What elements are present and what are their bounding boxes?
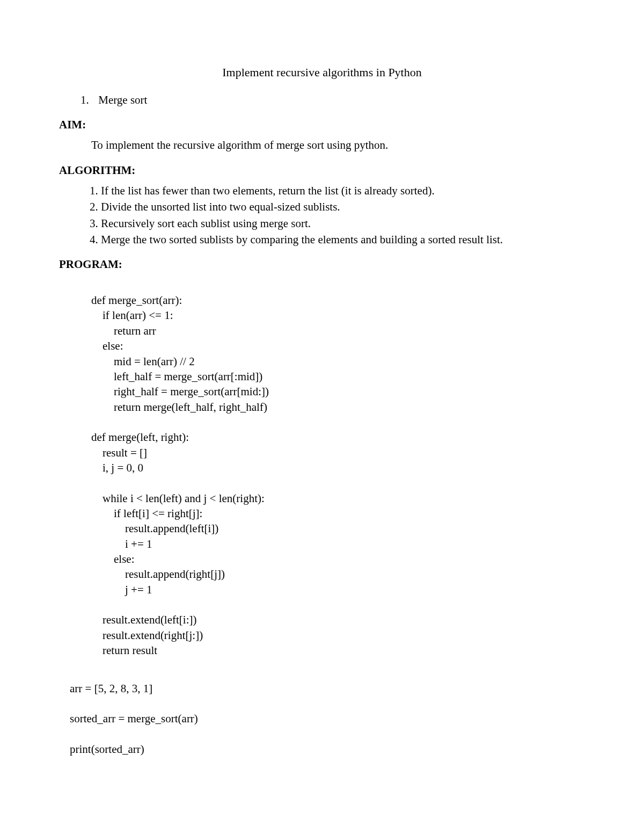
document-page: Implement recursive algorithms in Python… bbox=[0, 0, 644, 834]
code-line: return arr bbox=[91, 324, 156, 337]
code-line: arr = [5, 2, 8, 3, 1] bbox=[70, 682, 152, 695]
code-line: else: bbox=[91, 553, 134, 565]
code-line: else: bbox=[91, 339, 123, 352]
code-line: result.append(left[i]) bbox=[91, 522, 218, 535]
algorithm-list: If the list has fewer than two elements,… bbox=[59, 183, 585, 247]
code-line: if len(arr) <= 1: bbox=[91, 309, 173, 322]
code-line: i += 1 bbox=[91, 538, 152, 550]
code-line: return merge(left_half, right_half) bbox=[91, 401, 267, 414]
algorithm-step: Merge the two sorted sublists by compari… bbox=[101, 232, 585, 247]
code-line: result.append(right[j]) bbox=[91, 568, 225, 581]
code-line: def merge_sort(arr): bbox=[91, 294, 182, 307]
code-line: result.extend(left[i:]) bbox=[91, 613, 197, 626]
program-code-block: def merge_sort(arr): if len(arr) <= 1: r… bbox=[91, 278, 585, 658]
algorithm-step: Divide the unsorted list into two equal-… bbox=[101, 199, 585, 214]
topic-name: Merge sort bbox=[98, 93, 147, 106]
code-line: result.extend(right[j:]) bbox=[91, 629, 203, 642]
code-line: print(sorted_arr) bbox=[70, 743, 144, 756]
algorithm-heading: ALGORITHM: bbox=[59, 163, 585, 178]
code-line: j += 1 bbox=[91, 583, 152, 596]
page-title: Implement recursive algorithms in Python bbox=[59, 64, 585, 81]
code-line: mid = len(arr) // 2 bbox=[91, 355, 195, 368]
code-line: return result bbox=[91, 644, 157, 657]
code-line: if left[i] <= right[j]: bbox=[91, 507, 202, 520]
aim-heading: AIM: bbox=[59, 117, 585, 132]
code-line: while i < len(left) and j < len(right): bbox=[91, 492, 265, 505]
algorithm-step: If the list has fewer than two elements,… bbox=[101, 183, 585, 198]
code-line: sorted_arr = merge_sort(arr) bbox=[70, 712, 198, 725]
topic-line: 1. Merge sort bbox=[80, 92, 585, 107]
code-line: left_half = merge_sort(arr[:mid]) bbox=[91, 370, 262, 383]
code-line: right_half = merge_sort(arr[mid:]) bbox=[91, 385, 269, 398]
code-line: def merge(left, right): bbox=[91, 431, 189, 444]
topic-number: 1. bbox=[80, 92, 96, 107]
aim-text: To implement the recursive algorithm of … bbox=[91, 137, 585, 153]
program-invocation-block: arr = [5, 2, 8, 3, 1] sorted_arr = merge… bbox=[70, 665, 585, 757]
code-line: result = [] bbox=[91, 446, 147, 459]
code-line: i, j = 0, 0 bbox=[91, 461, 143, 474]
program-heading: PROGRAM: bbox=[59, 257, 585, 272]
algorithm-step: Recursively sort each sublist using merg… bbox=[101, 216, 585, 231]
